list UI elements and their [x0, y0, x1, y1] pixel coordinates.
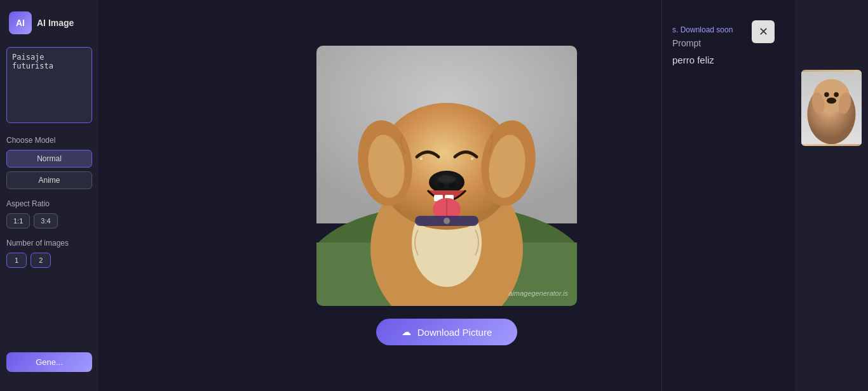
- aspect-ratio-label: Aspect Ratio: [6, 199, 92, 208]
- svg-point-29: [444, 218, 450, 224]
- svg-point-21: [438, 175, 456, 183]
- modal-overlay: ✕: [98, 0, 795, 391]
- svg-point-7: [827, 98, 836, 104]
- images-buttons-group: 1 2: [6, 253, 92, 268]
- app-logo: AI: [9, 11, 32, 34]
- right-sidebar: [795, 0, 868, 391]
- thumbnail-image: [801, 70, 862, 146]
- images-1-button[interactable]: 1: [6, 253, 27, 268]
- watermark-text: aimagegenerator.is: [508, 289, 568, 297]
- svg-point-6: [834, 92, 839, 97]
- app-title: AI Image: [37, 18, 74, 28]
- images-2-button[interactable]: 2: [31, 253, 51, 268]
- prompt-input[interactable]: Paisaje futurista: [6, 47, 92, 123]
- app-header: AI AI Image: [6, 6, 92, 39]
- generated-image: aimagegenerator.is: [316, 46, 577, 306]
- aspect-buttons-group: 1:1 3:4: [6, 213, 92, 229]
- aspect-3-4-button[interactable]: 3:4: [34, 213, 57, 229]
- modal-box: ✕: [98, 0, 795, 391]
- download-icon: ☁: [402, 326, 411, 338]
- close-button[interactable]: ✕: [752, 20, 775, 43]
- svg-point-23: [449, 183, 456, 188]
- num-images-label: Number of images: [6, 239, 92, 248]
- left-sidebar: AI AI Image Paisaje futurista Choose Mod…: [0, 0, 98, 391]
- aspect-1-1-button[interactable]: 1:1: [6, 213, 30, 229]
- svg-point-22: [437, 183, 445, 188]
- prompt-value: perro feliz: [672, 55, 785, 65]
- choose-model-label: Choose Model: [6, 136, 92, 145]
- download-label: Download Picture: [417, 327, 492, 338]
- svg-point-18: [420, 157, 423, 160]
- model-buttons-group: Normal Anime: [6, 150, 92, 189]
- dog-photo-svg: [316, 46, 577, 306]
- thumbnail-dog-icon: [801, 70, 862, 146]
- info-panel: s. Download soon Prompt perro feliz: [661, 0, 795, 391]
- svg-point-5: [824, 92, 829, 97]
- model-anime-button[interactable]: Anime: [6, 171, 92, 189]
- download-soon-text: s. Download soon: [672, 25, 733, 34]
- generate-button[interactable]: Gene...: [6, 352, 92, 372]
- svg-point-19: [471, 157, 473, 160]
- model-normal-button[interactable]: Normal: [6, 150, 92, 168]
- logo-text: AI: [16, 18, 25, 28]
- download-button[interactable]: ☁ Download Picture: [376, 319, 518, 345]
